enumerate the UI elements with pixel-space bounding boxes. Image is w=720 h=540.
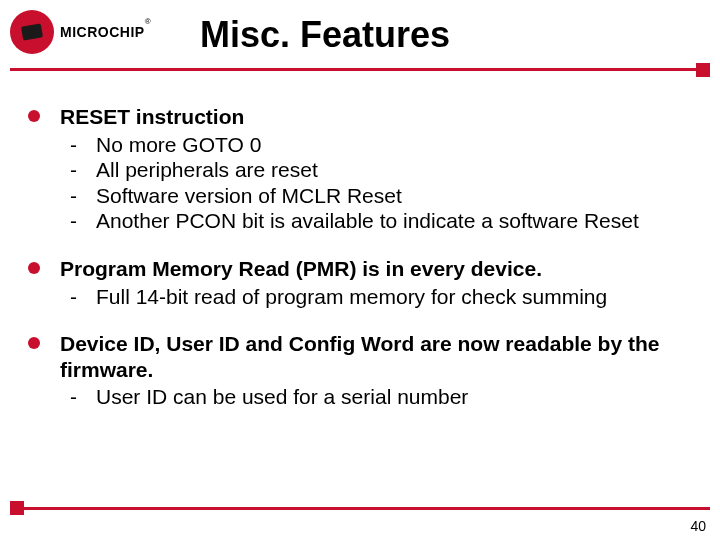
sub-item: -All peripherals are reset bbox=[60, 157, 692, 183]
page-number: 40 bbox=[690, 518, 706, 534]
bullet-item: RESET instruction -No more GOTO 0 -All p… bbox=[28, 104, 692, 234]
sub-text: Software version of MCLR Reset bbox=[96, 183, 692, 209]
bullet-heading: RESET instruction bbox=[60, 104, 692, 130]
sub-text: All peripherals are reset bbox=[96, 157, 692, 183]
sub-text: Another PCON bit is available to indicat… bbox=[96, 208, 692, 234]
bullet-heading: Device ID, User ID and Config Word are n… bbox=[60, 331, 692, 382]
logo-text: MICROCHIP® bbox=[60, 23, 151, 41]
sub-item: -Another PCON bit is available to indica… bbox=[60, 208, 692, 234]
bullet-heading: Program Memory Read (PMR) is in every de… bbox=[60, 256, 692, 282]
bullet-item: Program Memory Read (PMR) is in every de… bbox=[28, 256, 692, 309]
bullet-item: Device ID, User ID and Config Word are n… bbox=[28, 331, 692, 410]
bullet-icon bbox=[28, 110, 40, 122]
sub-item: -User ID can be used for a serial number bbox=[60, 384, 692, 410]
sub-item: -Full 14-bit read of program memory for … bbox=[60, 284, 692, 310]
bullet-icon bbox=[28, 337, 40, 349]
sub-item: -Software version of MCLR Reset bbox=[60, 183, 692, 209]
slide-header: MICROCHIP® Misc. Features bbox=[0, 0, 720, 78]
header-rule bbox=[10, 68, 710, 71]
slide-content: RESET instruction -No more GOTO 0 -All p… bbox=[28, 104, 692, 432]
logo-chip-icon bbox=[21, 23, 43, 40]
header-rule-endcap bbox=[696, 63, 710, 77]
logo-mark bbox=[10, 10, 54, 54]
footer-rule-endcap bbox=[10, 501, 24, 515]
bullet-icon bbox=[28, 262, 40, 274]
sub-item: -No more GOTO 0 bbox=[60, 132, 692, 158]
sub-text: Full 14-bit read of program memory for c… bbox=[96, 284, 692, 310]
sub-text: No more GOTO 0 bbox=[96, 132, 692, 158]
microchip-logo: MICROCHIP® bbox=[10, 10, 151, 54]
footer-rule bbox=[10, 507, 710, 510]
slide-title: Misc. Features bbox=[200, 14, 450, 56]
sub-text: User ID can be used for a serial number bbox=[96, 384, 692, 410]
